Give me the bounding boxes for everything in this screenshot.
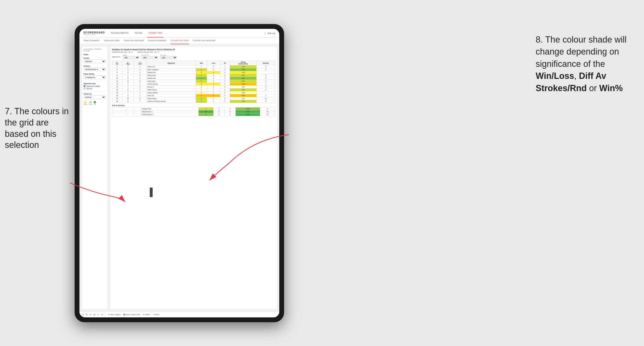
eye-icon: 👁 bbox=[108, 314, 110, 316]
col-diff: Diff AvStrokes/Rnd bbox=[230, 61, 256, 65]
cell-reg: 1 bbox=[122, 74, 134, 77]
cell-win: 1 bbox=[196, 65, 207, 68]
ood-cell-reg bbox=[127, 113, 134, 116]
cell-loss: 0 bbox=[207, 77, 220, 80]
ood-cell-loss: 0 bbox=[213, 108, 224, 110]
subnav-player-h2h-heatmap[interactable]: PLAYER H2H HEATMAP bbox=[193, 37, 216, 44]
share-btn[interactable]: ↗ Share bbox=[152, 313, 160, 316]
copy-icon[interactable]: ⊞ bbox=[93, 313, 96, 317]
ood-cell-win: 1 bbox=[198, 108, 213, 110]
radio-opponents-played[interactable]: Opponents Played bbox=[84, 85, 106, 87]
annotation-left: 7. The colours in the grid are based on … bbox=[5, 106, 75, 151]
subnav-team-h2h-heatmap[interactable]: TEAM H2H HEATMAP bbox=[124, 37, 144, 44]
cell-loss: 2 bbox=[207, 91, 220, 94]
table-row: 3 1 1 Esther Lee 1 0 1 1.50 4 bbox=[112, 65, 275, 68]
cell-reg: 1 bbox=[122, 65, 134, 68]
cell-conf: 3 bbox=[134, 71, 146, 74]
table-header-row: #Div #Reg #Conf Opponent Win Loss Tie Di… bbox=[112, 61, 275, 65]
table-row: 16 7 1 Jessica Mason 1 2 0 -0.94 bbox=[112, 91, 275, 94]
save-custom-view-btn[interactable]: 💾 Save Custom View bbox=[122, 313, 141, 316]
colour-by-label: Colour by bbox=[84, 93, 106, 95]
ood-cell-tie: 0 bbox=[224, 108, 236, 110]
player-rank-section: Player (Rank) 8. Katelyn Vo bbox=[84, 73, 106, 79]
nav-committee[interactable]: COMMITTEE bbox=[147, 29, 164, 37]
colour-by-select[interactable]: Win/loss bbox=[84, 95, 106, 99]
cell-conf: 7 bbox=[134, 100, 146, 103]
cell-rounds: 3 bbox=[257, 68, 275, 71]
player-rank-select[interactable]: 8. Katelyn Vo bbox=[84, 75, 106, 79]
redo-icon[interactable]: ↺ bbox=[89, 313, 92, 317]
filter-region-select[interactable]: (All) bbox=[122, 56, 140, 59]
ood-cell-div bbox=[112, 110, 127, 113]
gender-select[interactable]: Women's bbox=[84, 60, 106, 63]
opponent-view-radios: Opponents Played Top 100 bbox=[84, 85, 106, 89]
ood-table: Foreign Team 1 0 0 4.500 2 NAIA Division… bbox=[112, 107, 275, 116]
nav-teams[interactable]: TEAMS bbox=[133, 29, 144, 37]
redo-left-icon[interactable]: ↻ bbox=[85, 313, 88, 317]
cell-tie: 1 bbox=[220, 65, 230, 68]
toolbar: ↺ ↻ ↺ ⊞ ✂ ⏱ 👁 View: Original 💾 Save Cust… bbox=[80, 312, 279, 317]
cell-reg: 10 bbox=[122, 97, 134, 100]
cell-opponent: Jessica Huang bbox=[146, 83, 196, 86]
subnav-player-h2h-grid[interactable]: PLAYER H2H GRID bbox=[171, 37, 189, 44]
division-record-label: Division Record: 331 - 34 - 6 bbox=[138, 51, 159, 53]
cell-conf: 4 bbox=[134, 86, 146, 88]
scissors-icon[interactable]: ✂ bbox=[97, 313, 100, 317]
colour-label-down: Down bbox=[84, 103, 87, 105]
filter-conference-select[interactable]: (All) bbox=[141, 56, 158, 59]
colour-dot-level bbox=[89, 101, 92, 103]
filter-conference-label: Conference bbox=[141, 54, 158, 56]
grid-title: Katelyn Vo Head-to-Head Grid for Women's… bbox=[112, 48, 275, 51]
cell-opponent: Jessica Mason bbox=[146, 91, 196, 94]
table-row: 18 2 2 Euna Lee 0 3 0 -5.00 2 bbox=[112, 94, 275, 97]
table-row: 13 1 1 Jessica Huang 0 1 0 -3.00 2 bbox=[112, 83, 275, 86]
ood-cell-win: 15 bbox=[198, 110, 213, 113]
sidebar: Last Updated: 27/03/2024 16:55:38 Player… bbox=[81, 46, 108, 310]
main-content: Last Updated: 27/03/2024 16:55:38 Player… bbox=[80, 44, 279, 312]
sub-nav: TEAM SUMMARY TEAM H2H GRID TEAM H2H HEAT… bbox=[80, 37, 279, 44]
division-select[interactable]: NCAA Division III bbox=[84, 68, 106, 71]
share-icon: ↗ bbox=[153, 314, 154, 316]
radio-top100[interactable]: Top 100 bbox=[84, 88, 106, 89]
cell-opponent: Emily Chang bbox=[146, 97, 196, 100]
cell-diff: -0.94 bbox=[230, 91, 256, 94]
cell-opponent: Federica Domecq Lacroze bbox=[146, 100, 196, 103]
cell-rounds: 4 bbox=[257, 88, 275, 91]
cell-reg: 11 bbox=[122, 100, 134, 103]
table-row: 14 7 4 Eunice Yi 2 2 0 0.38 9 bbox=[112, 86, 275, 88]
cell-rounds bbox=[257, 91, 275, 94]
watch-icon: 👁 bbox=[143, 314, 145, 316]
cell-div: 11 bbox=[112, 80, 122, 83]
subnav-team-h2h-grid[interactable]: TEAM H2H GRID bbox=[104, 37, 120, 44]
colour-dot-down bbox=[84, 101, 87, 103]
opponents-label: Opponents: bbox=[112, 56, 120, 58]
cell-rounds: 4 bbox=[257, 65, 275, 68]
cell-reg: 7 bbox=[122, 86, 134, 88]
logo-area: SCOREBOARD Powered by clippd bbox=[83, 31, 105, 35]
sign-out-link[interactable]: Sign out bbox=[268, 32, 276, 34]
view-original-btn[interactable]: 👁 View: Original bbox=[107, 313, 121, 316]
cell-rounds: 3 bbox=[257, 74, 275, 77]
cell-conf: 5 bbox=[134, 88, 146, 91]
colour-label-up: Up bbox=[94, 103, 96, 105]
nav-tournaments[interactable]: TOURNAMENTS bbox=[110, 29, 130, 37]
ood-table-body: Foreign Team 1 0 0 4.500 2 NAIA Division… bbox=[112, 108, 275, 116]
ood-cell-rounds: 10 bbox=[260, 113, 275, 116]
cell-win: 1 bbox=[196, 74, 207, 77]
filter-opponent-select[interactable]: (All) bbox=[160, 56, 177, 59]
cell-conf: 1 bbox=[134, 83, 146, 86]
cell-diff: 0.38 bbox=[230, 86, 256, 88]
subnav-player-summary[interactable]: PLAYER SUMMARY bbox=[148, 37, 167, 44]
subnav-team-summary[interactable]: TEAM SUMMARY bbox=[83, 37, 100, 44]
col-win: Win bbox=[196, 61, 207, 65]
cell-tie: 0 bbox=[220, 83, 230, 86]
clock-icon[interactable]: ⏱ bbox=[101, 313, 104, 317]
cell-win: 2 bbox=[196, 86, 207, 88]
watch-btn[interactable]: 👁 Watch bbox=[142, 313, 151, 316]
ood-cell-tie: 0 bbox=[224, 113, 236, 116]
cell-div: 9 bbox=[112, 74, 122, 77]
cell-diff: 4.00 bbox=[230, 68, 256, 71]
cell-win: 1 bbox=[196, 91, 207, 94]
cell-tie: 0 bbox=[220, 77, 230, 80]
undo-icon[interactable]: ↺ bbox=[81, 313, 84, 317]
